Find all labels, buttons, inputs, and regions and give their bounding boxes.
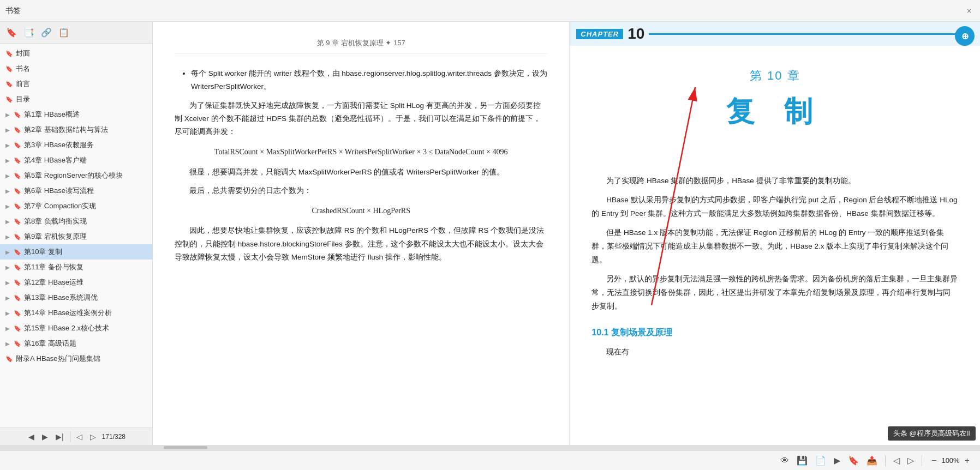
chapter-body: 为了实现跨 HBase 集群的数据同步，HBase 提供了非常重要的复制功能。 … [570,164,980,376]
para2: 很显，想要调高并发，只能调大 MaxSplitWorkerPerRS 的值或者 … [175,166,547,179]
sidebar-item-label: 第15章 HBase 2.x核心技术 [24,323,109,333]
bookmark-icon: 🔖 [14,294,21,302]
page-scroll-bar[interactable] [0,445,980,450]
zoom-plus-button[interactable]: + [963,456,971,466]
collapse-arrow-icon: ▶ [5,142,10,148]
chapter-big-title: 复 制 [602,93,947,131]
prev-page-icon[interactable]: ◁ [893,455,900,466]
sidebar-item-ch15[interactable]: ▶ 🔖 第15章 HBase 2.x核心技术 [0,321,152,336]
sidebar-item-ch8[interactable]: ▶ 🔖 第8章 负载均衡实现 [0,214,152,229]
go-forward-button[interactable]: ▷ [88,432,98,441]
sidebar-item-ch1[interactable]: ▶ 🔖 第1章 HBase概述 [0,107,152,122]
sidebar-item-label: 第1章 HBase概述 [24,110,80,119]
main-layout: 🔖 📑 🔗 📋 🔖 封面 🔖 书名 🔖 前言 🔖 目录 [0,22,980,445]
sidebar-item-ch16[interactable]: ▶ 🔖 第16章 高级话题 [0,336,152,351]
zoom-control: − 100% + [930,456,971,466]
sidebar-item-label: 书名 [16,64,30,74]
next-page-icon[interactable]: ▷ [907,455,914,466]
bookmark-icon: 🔖 [14,340,21,347]
bookmark-nav-icon[interactable]: 🔗 [40,27,52,39]
sidebar-item-preface[interactable]: 🔖 前言 [0,76,152,92]
sidebar-item-ch13[interactable]: ▶ 🔖 第13章 HBase系统调优 [0,290,152,305]
sidebar-item-ch4[interactable]: ▶ 🔖 第4章 HBase客户端 [0,153,152,168]
collapse-arrow-icon: ▶ [5,341,10,347]
bookmark-icon: 🔖 [5,81,13,88]
sidebar-item-ch2[interactable]: ▶ 🔖 第2章 基础数据结构与算法 [0,122,152,137]
prev-page-button[interactable]: ◀ [27,432,36,441]
bookmark-icon: 🔖 [14,203,21,210]
pages-icon[interactable]: 📄 [815,455,826,466]
bullet-item: 每个 Split worker 能开的 writer 线程个数，由 hbase.… [191,67,547,94]
sidebar-item-ch10[interactable]: ▶ 🔖 第10章 复制 [0,244,152,260]
sidebar-item-toc[interactable]: 🔖 目录 [0,92,152,107]
bookmark-icon[interactable]: 🔖 [848,455,859,466]
chapter-number: 10 [628,25,644,43]
sidebar-item-ch6[interactable]: ▶ 🔖 第6章 HBase读写流程 [0,183,152,198]
sidebar-item-ch11[interactable]: ▶ 🔖 第11章 备份与恢复 [0,260,152,275]
go-back-button[interactable]: ◁ [75,432,84,441]
collapse-arrow-icon: ▶ [5,188,10,194]
page-info: 171/328 [102,433,126,441]
intro-para2: HBase 默认采用异步复制的方式同步数据，即客户端执行完 put 之后，Reg… [591,194,958,221]
collapse-arrow-icon: ▶ [5,264,10,270]
chapter-header-bar: CHAPTER 10 [570,22,980,46]
sidebar-item-ch9[interactable]: ▶ 🔖 第9章 宕机恢复原理 [0,229,152,244]
sidebar-item-label: 第4章 HBase客户端 [24,155,87,165]
zoom-minus-button[interactable]: − [930,456,938,466]
intro-para3: 但是 HBase 1.x 版本的复制功能，无法保证 Region 迁移前后的 H… [591,226,958,267]
zoom-level: 100% [941,456,959,465]
bookmark-icon: 🔖 [14,325,21,332]
sidebar-item-label: 第5章 RegionServer的核心模块 [24,171,123,180]
chapter-title-cn: 第 10 章 [602,68,947,84]
save-icon[interactable]: 💾 [797,455,808,466]
bottom-toolbar: 👁 💾 📄 ▶ 🔖 📤 ◁ ▷ − 100% + [0,450,980,470]
left-page: 第 9 章 宕机恢复原理 ✦ 157 每个 Split worker 能开的 w… [153,22,570,445]
bookmark-icon: 🔖 [14,218,21,225]
para1: 为了保证集群既快又好地完成故障恢复，一方面我们需要让 Split HLog 有更… [175,99,547,139]
bookmark-icon: 🔖 [14,157,21,164]
sidebar-item-ch5[interactable]: ▶ 🔖 第5章 RegionServer的核心模块 [0,168,152,183]
bookmark-icon: 🔖 [14,264,21,271]
chapter-title-area: 第 10 章 复 制 [570,46,980,164]
scroll-thumb [164,446,207,449]
sidebar-item-label: 前言 [16,79,30,89]
close-button[interactable]: × [964,5,975,16]
top-right-corner-icon[interactable]: ⊕ [955,26,975,46]
collapse-arrow-icon: ▶ [5,295,10,301]
collapse-arrow-icon: ▶ [5,112,10,118]
bookmark-icon: 🔖 [14,233,21,240]
next-page-button[interactable]: ▶ [40,432,50,441]
sidebar-item-ch14[interactable]: ▶ 🔖 第14章 HBase运维案例分析 [0,305,152,321]
sidebar-toolbar: 🔖 📑 🔗 📋 [0,22,152,44]
watermark: 头条 @程序员高级码农II [888,426,976,441]
share-icon[interactable]: 📤 [867,455,877,466]
separator2 [922,455,922,466]
play-icon[interactable]: ▶ [834,455,840,466]
bookmark-remove-icon[interactable]: 📑 [23,27,35,39]
sidebar-item-label: 第12章 HBase运维 [24,278,83,287]
chapter-label: CHAPTER [576,29,623,39]
sidebar-bottom: ◀ ▶ ▶| ◁ ▷ 171/328 [0,427,152,445]
bookmark-icon: 🔖 [14,142,21,149]
sidebar-item-ch3[interactable]: ▶ 🔖 第3章 HBase依赖服务 [0,137,152,153]
eye-icon[interactable]: 👁 [780,456,789,466]
sidebar-list: 🔖 封面 🔖 书名 🔖 前言 🔖 目录 ▶ 🔖 第1章 HBase概述 ▶ [0,44,152,427]
last-page-button[interactable]: ▶| [54,432,65,441]
bookmark-add-icon[interactable]: 🔖 [5,27,17,39]
sidebar-item-cover[interactable]: 🔖 封面 [0,46,152,61]
sidebar-item-label: 附录A HBase热门问题集锦 [16,354,100,364]
para3: 最后，总共需要切分的日志个数为： [175,184,547,197]
sidebar-item-ch7[interactable]: ▶ 🔖 第7章 Compaction实现 [0,198,152,214]
bookmark-icon: 🔖 [14,188,21,195]
para4: 因此，想要尽快地让集群恢复，应该控制故障 RS 的个数和 HLogPerRS 个… [175,224,547,264]
separator [885,455,886,466]
sidebar-item-ch12[interactable]: ▶ 🔖 第12章 HBase运维 [0,275,152,290]
sidebar-item-appA[interactable]: 🔖 附录A HBase热门问题集锦 [0,351,152,366]
collapse-arrow-icon: ▶ [5,219,10,225]
bookmark-list-icon[interactable]: 📋 [58,27,70,39]
bookmark-icon: 🔖 [14,279,21,286]
sidebar-item-title[interactable]: 🔖 书名 [0,61,152,76]
sidebar-item-label: 第6章 HBase读写流程 [24,186,94,196]
intro-para4: 另外，默认的异步复制无法满足强一致性的跨机房热备需求。因为备份机房的落后主集群，… [591,273,958,314]
collapse-arrow-icon: ▶ [5,203,10,209]
